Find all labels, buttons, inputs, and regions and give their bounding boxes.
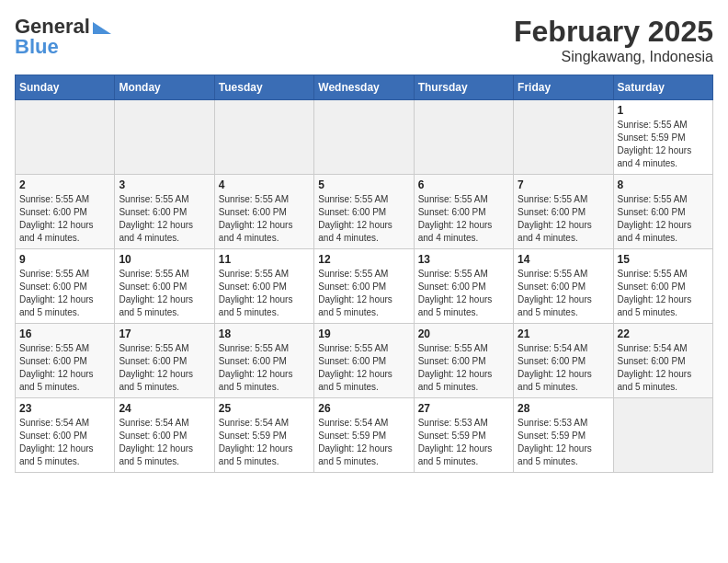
day-info: Sunrise: 5:53 AM Sunset: 5:59 PM Dayligh…	[418, 417, 509, 468]
day-number: 8	[618, 178, 709, 191]
table-row: 19Sunrise: 5:55 AM Sunset: 6:00 PM Dayli…	[314, 324, 414, 398]
table-row: 2Sunrise: 5:55 AM Sunset: 6:00 PM Daylig…	[16, 175, 115, 249]
day-info: Sunrise: 5:55 AM Sunset: 5:59 PM Dayligh…	[618, 119, 709, 170]
table-row	[16, 100, 115, 175]
table-row: 28Sunrise: 5:53 AM Sunset: 5:59 PM Dayli…	[514, 398, 613, 473]
col-tuesday: Tuesday	[214, 75, 313, 100]
table-row: 5Sunrise: 5:55 AM Sunset: 6:00 PM Daylig…	[314, 175, 414, 249]
logo-arrow-icon	[93, 22, 111, 34]
col-wednesday: Wednesday	[314, 75, 414, 100]
day-info: Sunrise: 5:55 AM Sunset: 6:00 PM Dayligh…	[119, 342, 210, 394]
table-row: 7Sunrise: 5:55 AM Sunset: 6:00 PM Daylig…	[514, 175, 613, 249]
day-info: Sunrise: 5:55 AM Sunset: 6:00 PM Dayligh…	[318, 193, 409, 245]
page-header: General Blue February 2025 Singkawang, I…	[15, 15, 713, 65]
day-number: 1	[618, 104, 709, 117]
calendar-table: Sunday Monday Tuesday Wednesday Thursday…	[15, 75, 713, 473]
day-number: 22	[618, 327, 709, 340]
calendar-week-row: 16Sunrise: 5:55 AM Sunset: 6:00 PM Dayli…	[16, 324, 713, 398]
day-number: 19	[318, 327, 409, 340]
day-info: Sunrise: 5:55 AM Sunset: 6:00 PM Dayligh…	[219, 342, 310, 394]
table-row: 8Sunrise: 5:55 AM Sunset: 6:00 PM Daylig…	[613, 175, 712, 249]
table-row: 22Sunrise: 5:54 AM Sunset: 6:00 PM Dayli…	[613, 324, 712, 398]
day-number: 11	[219, 253, 310, 266]
day-number: 20	[418, 327, 509, 340]
day-info: Sunrise: 5:55 AM Sunset: 6:00 PM Dayligh…	[19, 342, 110, 394]
table-row: 9Sunrise: 5:55 AM Sunset: 6:00 PM Daylig…	[16, 249, 115, 324]
table-row: 12Sunrise: 5:55 AM Sunset: 6:00 PM Dayli…	[314, 249, 414, 324]
day-number: 18	[219, 327, 310, 340]
calendar-title-block: February 2025 Singkawang, Indonesia	[514, 15, 713, 65]
day-info: Sunrise: 5:55 AM Sunset: 6:00 PM Dayligh…	[418, 268, 509, 319]
col-thursday: Thursday	[414, 75, 513, 100]
day-info: Sunrise: 5:55 AM Sunset: 6:00 PM Dayligh…	[19, 193, 110, 245]
calendar-week-row: 2Sunrise: 5:55 AM Sunset: 6:00 PM Daylig…	[16, 175, 713, 249]
day-info: Sunrise: 5:54 AM Sunset: 6:00 PM Dayligh…	[618, 342, 709, 394]
day-number: 28	[518, 402, 609, 415]
col-friday: Friday	[514, 75, 613, 100]
day-number: 25	[219, 402, 310, 415]
day-number: 17	[119, 327, 210, 340]
day-info: Sunrise: 5:55 AM Sunset: 6:00 PM Dayligh…	[618, 268, 709, 319]
day-number: 15	[618, 253, 709, 266]
day-number: 9	[19, 253, 110, 266]
table-row: 11Sunrise: 5:55 AM Sunset: 6:00 PM Dayli…	[214, 249, 313, 324]
table-row	[514, 100, 613, 175]
day-number: 12	[318, 253, 409, 266]
day-info: Sunrise: 5:55 AM Sunset: 6:00 PM Dayligh…	[418, 193, 509, 245]
table-row: 13Sunrise: 5:55 AM Sunset: 6:00 PM Dayli…	[414, 249, 513, 324]
day-number: 10	[119, 253, 210, 266]
day-info: Sunrise: 5:55 AM Sunset: 6:00 PM Dayligh…	[518, 193, 609, 245]
day-info: Sunrise: 5:54 AM Sunset: 6:00 PM Dayligh…	[518, 342, 609, 394]
table-row	[115, 100, 214, 175]
calendar-month-year: February 2025	[514, 15, 713, 49]
day-info: Sunrise: 5:54 AM Sunset: 6:00 PM Dayligh…	[19, 417, 110, 468]
table-row: 3Sunrise: 5:55 AM Sunset: 6:00 PM Daylig…	[115, 175, 214, 249]
calendar-header-row: Sunday Monday Tuesday Wednesday Thursday…	[16, 75, 713, 100]
day-number: 7	[518, 178, 609, 191]
day-info: Sunrise: 5:55 AM Sunset: 6:00 PM Dayligh…	[219, 268, 310, 319]
table-row: 1Sunrise: 5:55 AM Sunset: 5:59 PM Daylig…	[613, 100, 712, 175]
day-info: Sunrise: 5:55 AM Sunset: 6:00 PM Dayligh…	[518, 268, 609, 319]
day-number: 3	[119, 178, 210, 191]
day-info: Sunrise: 5:54 AM Sunset: 5:59 PM Dayligh…	[318, 417, 409, 468]
table-row: 15Sunrise: 5:55 AM Sunset: 6:00 PM Dayli…	[613, 249, 712, 324]
table-row: 4Sunrise: 5:55 AM Sunset: 6:00 PM Daylig…	[214, 175, 313, 249]
table-row: 6Sunrise: 5:55 AM Sunset: 6:00 PM Daylig…	[414, 175, 513, 249]
day-info: Sunrise: 5:55 AM Sunset: 6:00 PM Dayligh…	[219, 193, 310, 245]
day-info: Sunrise: 5:55 AM Sunset: 6:00 PM Dayligh…	[618, 193, 709, 245]
calendar-location: Singkawang, Indonesia	[514, 49, 713, 65]
day-number: 5	[318, 178, 409, 191]
table-row: 27Sunrise: 5:53 AM Sunset: 5:59 PM Dayli…	[414, 398, 513, 473]
calendar-week-row: 23Sunrise: 5:54 AM Sunset: 6:00 PM Dayli…	[16, 398, 713, 473]
day-number: 14	[518, 253, 609, 266]
day-info: Sunrise: 5:55 AM Sunset: 6:00 PM Dayligh…	[318, 268, 409, 319]
table-row: 18Sunrise: 5:55 AM Sunset: 6:00 PM Dayli…	[214, 324, 313, 398]
calendar-week-row: 1Sunrise: 5:55 AM Sunset: 5:59 PM Daylig…	[16, 100, 713, 175]
table-row	[314, 100, 414, 175]
table-row: 26Sunrise: 5:54 AM Sunset: 5:59 PM Dayli…	[314, 398, 414, 473]
table-row: 25Sunrise: 5:54 AM Sunset: 5:59 PM Dayli…	[214, 398, 313, 473]
table-row: 21Sunrise: 5:54 AM Sunset: 6:00 PM Dayli…	[514, 324, 613, 398]
day-info: Sunrise: 5:55 AM Sunset: 6:00 PM Dayligh…	[318, 342, 409, 394]
day-info: Sunrise: 5:55 AM Sunset: 6:00 PM Dayligh…	[119, 268, 210, 319]
day-number: 27	[418, 402, 509, 415]
day-info: Sunrise: 5:55 AM Sunset: 6:00 PM Dayligh…	[19, 268, 110, 319]
day-info: Sunrise: 5:53 AM Sunset: 5:59 PM Dayligh…	[518, 417, 609, 468]
day-number: 16	[19, 327, 110, 340]
table-row: 24Sunrise: 5:54 AM Sunset: 6:00 PM Dayli…	[115, 398, 214, 473]
day-number: 21	[518, 327, 609, 340]
day-number: 4	[219, 178, 310, 191]
table-row	[214, 100, 313, 175]
day-info: Sunrise: 5:55 AM Sunset: 6:00 PM Dayligh…	[119, 193, 210, 245]
table-row	[414, 100, 513, 175]
table-row	[613, 398, 712, 473]
day-number: 13	[418, 253, 509, 266]
day-number: 24	[119, 402, 210, 415]
day-number: 6	[418, 178, 509, 191]
day-info: Sunrise: 5:54 AM Sunset: 5:59 PM Dayligh…	[219, 417, 310, 468]
day-number: 2	[19, 178, 110, 191]
calendar-week-row: 9Sunrise: 5:55 AM Sunset: 6:00 PM Daylig…	[16, 249, 713, 324]
table-row: 23Sunrise: 5:54 AM Sunset: 6:00 PM Dayli…	[16, 398, 115, 473]
day-number: 23	[19, 402, 110, 415]
table-row: 20Sunrise: 5:55 AM Sunset: 6:00 PM Dayli…	[414, 324, 513, 398]
